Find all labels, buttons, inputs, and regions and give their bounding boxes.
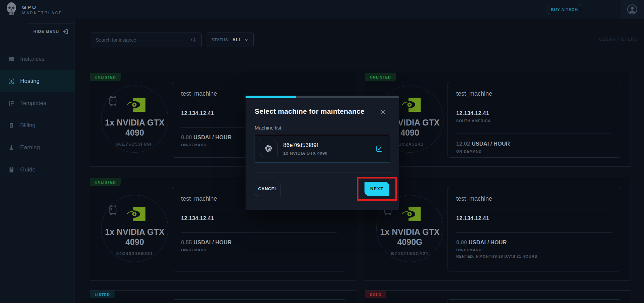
machine-card[interactable]: UNLISTED1x NVIDIA GTX 409001C2A3241test_…	[365, 73, 631, 167]
status-badge: UNLISTED	[365, 73, 396, 81]
machine-ip: 12.134.12.41	[456, 215, 612, 221]
machine-list-label: Machine list:	[255, 125, 390, 131]
panel-divider	[181, 232, 337, 233]
gpu-circle: 1x NVIDIA GTX 409086E76D53F89F	[101, 86, 168, 153]
nvidia-logo-icon	[400, 206, 422, 222]
brand-logo[interactable]: GPU MARKETPLACE	[4, 1, 62, 17]
modal-divider	[255, 172, 390, 172]
brand-text: GPU MARKETPLACE	[22, 4, 62, 15]
server-icon	[8, 56, 15, 62]
panel-divider	[456, 104, 612, 104]
status-badge: UNLISTED	[90, 178, 121, 186]
machine-card[interactable]: UNLISTED1x NVIDIA GTX 4090GB74371E3CA21t…	[365, 178, 631, 281]
sidebar-item-earning[interactable]: Earning	[0, 137, 75, 159]
demand-type: ON-DEMAND	[456, 248, 612, 252]
sidebar: HIDE MENU InstancesHostingTemplatesBilli…	[0, 19, 75, 303]
skull-logo-icon	[4, 1, 19, 17]
cancel-button[interactable]: CANCEL	[255, 182, 281, 196]
machine-info-panel: test_machine12.134.12.41SOUTH AMERICA12.…	[447, 82, 621, 158]
modal-progress-fill	[246, 96, 296, 98]
cpu-chip-icon	[260, 140, 277, 157]
machine-info-panel	[447, 299, 621, 303]
sidebar-item-guide[interactable]: Guide	[0, 159, 75, 181]
demand-type: ON-DEMAND	[181, 248, 337, 252]
panel-divider	[456, 232, 612, 233]
gpu-machine-id: B74371E3CA21	[377, 251, 443, 256]
chevron-down-icon	[244, 38, 249, 42]
billing-receipt-icon	[8, 122, 15, 129]
brand-line2: MARKETPLACE	[22, 11, 62, 15]
sidebar-item-label: Billing	[20, 122, 35, 129]
machine-item-gpu: 1x NVIDIA GTX 4090	[283, 151, 371, 156]
machine-name: test_machine	[456, 195, 612, 202]
gpu-machine-id: 86E76D53F89F	[101, 142, 168, 147]
search-icon	[190, 37, 197, 43]
panel-divider	[456, 209, 612, 209]
price-unit: USDAI / HOUR	[472, 141, 510, 147]
sidebar-item-templates[interactable]: Templates	[0, 92, 75, 114]
machine-list-item[interactable]: 86e76d53f89f 1x NVIDIA GTX 4090	[255, 135, 390, 162]
machine-checkbox[interactable]	[376, 146, 382, 152]
sidebar-menu: InstancesHostingTemplatesBillingEarningG…	[0, 48, 75, 181]
modal-title: Select machine for maintenance	[255, 107, 364, 115]
machine-card[interactable]: LISTED	[90, 290, 356, 303]
machine-item-id: 86e76d53f89f	[283, 142, 371, 149]
next-button[interactable]: NEXT	[364, 182, 389, 196]
nvidia-logo-icon	[125, 97, 146, 113]
hide-menu-button[interactable]: HIDE MENU	[27, 23, 75, 39]
demand-type: ON-DEMAND	[456, 149, 612, 153]
machine-price: 0.00 USDAI / HOUR	[456, 239, 612, 246]
price-unit: USDAI / HOUR	[194, 134, 232, 140]
sidebar-item-label: Instances	[20, 56, 45, 62]
guide-book-icon	[8, 166, 15, 173]
machine-info-panel	[172, 299, 346, 303]
machine-info-panel: test_machine12.134.12.410.00 USDAI / HOU…	[447, 187, 621, 271]
status-filter-label: STATUS:	[211, 38, 229, 42]
status-filter-value: ALL	[232, 37, 242, 42]
modal-body: Select machine for maintenance Machine l…	[255, 98, 390, 201]
checkmark-icon	[377, 147, 381, 151]
status-badge: UNLISTED	[90, 73, 121, 81]
price-amount: 0.00	[456, 239, 467, 245]
account-area[interactable]	[620, 0, 644, 19]
clear-filters-button[interactable]: CLEAR FILTERS	[599, 37, 638, 42]
sidebar-item-billing[interactable]: Billing	[0, 114, 75, 137]
chip-outline-icon	[107, 204, 119, 216]
top-header: GPU MARKETPLACE BUY AITECH	[0, 0, 644, 19]
close-icon[interactable]	[380, 109, 386, 115]
annotation-highlight-box: NEXT	[357, 177, 397, 201]
chip-outline-icon	[107, 95, 119, 107]
price-amount: 12.02	[456, 141, 470, 147]
machine-card[interactable]: SOLD	[365, 290, 631, 303]
machine-name: test_machine	[456, 90, 612, 97]
search-box[interactable]	[91, 33, 202, 47]
price-amount: 0.00	[181, 134, 192, 140]
hosting-upload-icon	[8, 78, 15, 85]
sidebar-item-hosting[interactable]: Hosting	[0, 70, 75, 92]
machine-ip: 12.134.12.41	[181, 215, 337, 221]
gpu-name: 1x NVIDIA GTX 4090	[105, 117, 165, 138]
collapse-menu-icon	[62, 29, 69, 35]
sidebar-item-label: Hosting	[20, 78, 40, 85]
app-root: GPU MARKETPLACE BUY AITECH HIDE MENU Ins…	[0, 0, 644, 303]
machine-ip: 12.134.12.41	[456, 110, 612, 116]
hide-menu-label: HIDE MENU	[33, 29, 59, 34]
maintenance-modal: Select machine for maintenance Machine l…	[246, 96, 399, 210]
machine-region: SOUTH AMERICA	[456, 119, 612, 123]
earning-person-icon	[8, 144, 15, 151]
brand-line1: GPU	[22, 4, 62, 10]
status-badge: LISTED	[90, 291, 115, 298]
modal-actions: CANCEL NEXT	[255, 176, 390, 201]
search-input[interactable]	[96, 37, 190, 43]
sidebar-item-instances[interactable]: Instances	[0, 48, 75, 70]
sidebar-item-label: Guide	[20, 166, 35, 173]
price-unit: USDAI / HOUR	[469, 239, 507, 245]
user-avatar-icon[interactable]	[627, 4, 638, 15]
status-badge: SOLD	[365, 291, 386, 298]
status-filter-dropdown[interactable]: STATUS: ALL	[207, 33, 254, 47]
rented-duration: RENTED: 5 MONTHS 26 DAYS 21 HOURS	[456, 254, 612, 258]
panel-divider	[456, 134, 612, 134]
sidebar-item-label: Templates	[20, 100, 46, 107]
buy-aitech-button[interactable]: BUY AITECH	[548, 4, 581, 15]
gpu-name: 1x NVIDIA GTX 4090	[105, 227, 165, 247]
